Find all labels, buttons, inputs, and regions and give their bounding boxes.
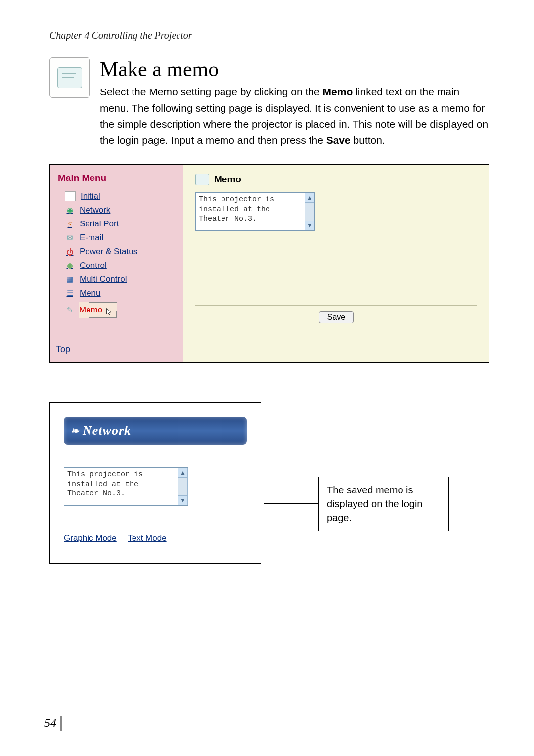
scroll-down-icon[interactable]: ▼ [305, 221, 314, 230]
sidebar-item-multi-control[interactable]: ▦ Multi Control [55, 272, 178, 286]
divider [49, 45, 490, 45]
multi-icon: ▦ [65, 275, 75, 284]
scroll-down-icon[interactable]: ▼ [178, 495, 188, 505]
sidebar-item-label: Serial Port [80, 219, 119, 229]
graphic-mode-link[interactable]: Graphic Mode [64, 534, 117, 543]
main-menu-sidebar: Main Menu Initial ◉ Network ⎘ Serial Por… [50, 165, 183, 362]
sidebar-item-label: Memo [79, 305, 102, 315]
scrollbar[interactable]: ▲ ▼ [178, 468, 188, 505]
memo-page-icon [49, 57, 90, 98]
memo-icon: ✎ [65, 306, 75, 314]
menu-icon: ☰ [65, 289, 75, 298]
sidebar-item-label: Menu [80, 288, 101, 298]
sidebar-item-label: Control [80, 261, 107, 270]
sidebar-item-control[interactable]: ◍ Control [55, 259, 178, 272]
globe-icon: ◉ [65, 206, 75, 215]
intro-paragraph: Select the Memo setting page by clicking… [100, 84, 490, 148]
control-icon: ◍ [65, 261, 75, 270]
mode-links: Graphic Mode Text Mode [64, 534, 247, 543]
scroll-up-icon[interactable]: ▲ [178, 468, 188, 478]
memo-text-value[interactable]: This projector is installed at the Theat… [196, 193, 305, 230]
sidebar-item-memo-wrap[interactable]: ✎ Memo [55, 300, 178, 320]
sidebar-item-menu[interactable]: ☰ Menu [55, 286, 178, 300]
intro-memo-word: Memo [323, 86, 353, 97]
sidebar-item-serial-port[interactable]: ⎘ Serial Port [55, 217, 178, 231]
callout-leader-line [264, 503, 318, 504]
intro-save-word: Save [326, 134, 351, 146]
memo-display-text: This projector is installed at the Theat… [64, 468, 178, 505]
scroll-track[interactable] [178, 478, 188, 495]
chapter-title: Chapter 4 Controlling the Projector [49, 30, 490, 41]
port-icon: ⎘ [65, 220, 75, 228]
page-number: 54 [44, 716, 62, 731]
doc-icon [65, 191, 76, 201]
sidebar-item-label: Multi Control [80, 274, 127, 284]
callout-box: The saved memo is displayed on the login… [318, 477, 449, 531]
login-page-screenshot: ❧ Network This projector is installed at… [49, 402, 261, 564]
leaf-icon: ❧ [71, 425, 80, 437]
sidebar-item-memo[interactable]: Memo [79, 302, 117, 318]
scroll-up-icon[interactable]: ▲ [305, 193, 314, 203]
scrollbar[interactable]: ▲ ▼ [305, 193, 314, 230]
sidebar-item-network[interactable]: ◉ Network [55, 203, 178, 217]
memo-icon [195, 174, 209, 185]
top-link[interactable]: Top [55, 344, 178, 355]
page-title: Make a memo [100, 57, 490, 81]
power-icon: ⏻ [65, 247, 75, 256]
intro-text: Select the Memo setting page by clicking… [100, 86, 323, 97]
scroll-track[interactable] [305, 203, 314, 221]
mail-icon: ✉ [65, 233, 75, 242]
sidebar-item-initial[interactable]: Initial [55, 189, 178, 203]
banner-text: Network [83, 423, 131, 438]
text-mode-link[interactable]: Text Mode [128, 534, 166, 543]
sidebar-item-power-status[interactable]: ⏻ Power & Status [55, 245, 178, 259]
sidebar-item-label: Power & Status [80, 247, 137, 257]
sidebar-title: Main Menu [55, 173, 178, 183]
sidebar-item-email[interactable]: ✉ E-mail [55, 231, 178, 245]
memo-pane: Memo This projector is installed at the … [183, 165, 489, 362]
save-button[interactable]: Save [319, 311, 354, 323]
memo-textarea[interactable]: This projector is installed at the Theat… [195, 192, 315, 231]
settings-screenshot: Main Menu Initial ◉ Network ⎘ Serial Por… [49, 164, 490, 363]
network-banner: ❧ Network [64, 417, 247, 445]
cursor-pointer-icon [104, 307, 113, 317]
memo-display: This projector is installed at the Theat… [64, 467, 188, 506]
intro-text-3: button. [351, 134, 385, 146]
sidebar-item-label: E-mail [80, 233, 103, 243]
pane-title-label: Memo [214, 174, 241, 185]
sidebar-item-label: Network [80, 205, 110, 215]
sidebar-item-label: Initial [81, 191, 100, 201]
